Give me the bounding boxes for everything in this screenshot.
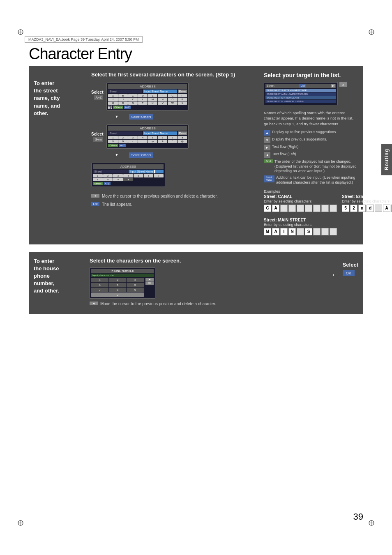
key-i[interactable]: I bbox=[108, 98, 118, 101]
scroll-up[interactable]: ▲ bbox=[339, 82, 347, 87]
examples-section: Examples Street: CANAL Enter by selectin… bbox=[264, 189, 358, 235]
phone-key-8[interactable]: 8 bbox=[109, 288, 126, 292]
key-v[interactable]: V bbox=[158, 101, 167, 105]
phone-key-5[interactable]: 5 bbox=[109, 283, 126, 287]
key-2[interactable]: 2 bbox=[118, 136, 128, 139]
key-others-5[interactable]: 5 bbox=[134, 174, 143, 177]
key-z[interactable]: Z bbox=[111, 106, 112, 109]
key-u[interactable]: U bbox=[148, 101, 157, 105]
list-item-3[interactable]: SUREWEST S N RONCLAIR bbox=[265, 96, 336, 99]
address-title-bar-3: ADDRESS bbox=[93, 164, 164, 169]
phone-key-7[interactable]: 7 bbox=[91, 288, 108, 292]
key-7[interactable]: 7 bbox=[168, 136, 177, 139]
az-tab-btn-3[interactable]: A~Z bbox=[104, 182, 111, 185]
key-6[interactable]: 6 bbox=[158, 136, 167, 139]
key-5[interactable]: 5 bbox=[148, 136, 157, 139]
list-item-2[interactable]: SUREWEST ALTA LAMBERTSBURG bbox=[265, 92, 336, 96]
phone-key-3[interactable]: 3 bbox=[127, 278, 144, 282]
phone-back-btn[interactable]: ◄ bbox=[145, 278, 154, 281]
select-others-btn-1[interactable]: Select Others bbox=[129, 114, 153, 120]
key-others-1[interactable]: 1 bbox=[93, 174, 103, 177]
key-amp[interactable]: & bbox=[158, 140, 167, 143]
bottom-middle: Select the characters on the screen. PHO… bbox=[90, 258, 321, 309]
key-8[interactable]: 8 bbox=[178, 136, 187, 139]
icon-desc-left: Text flow (Left) bbox=[272, 152, 296, 157]
key-c[interactable]: C bbox=[128, 94, 138, 97]
key-others-2[interactable]: 2 bbox=[103, 174, 113, 177]
key-s[interactable]: S bbox=[128, 101, 138, 105]
key-others-8[interactable]: 8 bbox=[93, 178, 103, 181]
key-4[interactable]: 4 bbox=[138, 136, 148, 139]
ok-button[interactable]: OK bbox=[343, 270, 355, 276]
target-header: Select your target in the list. bbox=[264, 71, 358, 79]
phone-ok-btn[interactable]: OK bbox=[145, 281, 154, 285]
enter-btn-2[interactable]: Enter bbox=[178, 131, 187, 135]
key-h[interactable]: H bbox=[178, 94, 187, 97]
keyboard-bottom-2: Others A~Z bbox=[108, 144, 187, 147]
key-j[interactable]: J bbox=[118, 98, 128, 101]
key-m[interactable]: M bbox=[148, 98, 157, 101]
key-others-0[interactable]: 0 bbox=[113, 178, 123, 181]
phone-key-0[interactable]: 0 bbox=[91, 292, 144, 297]
key-n[interactable]: N bbox=[158, 98, 167, 101]
key-r[interactable]: R bbox=[118, 101, 128, 105]
52nd-char-5: 5 bbox=[342, 205, 349, 212]
key-w[interactable]: W bbox=[168, 101, 177, 105]
key-1[interactable]: 1 bbox=[108, 136, 118, 139]
phone-key-4[interactable]: 4 bbox=[91, 283, 108, 287]
sym-button[interactable]: Sym bbox=[93, 137, 103, 142]
key-p[interactable]: P bbox=[178, 98, 187, 101]
main-char-s: S bbox=[305, 228, 312, 235]
list-item-1[interactable]: SUREWEST S ALTA VIA HERITAGE bbox=[265, 89, 336, 92]
phone-key-9[interactable]: 9 bbox=[127, 288, 144, 292]
key-others-9[interactable]: 9 bbox=[103, 178, 113, 181]
key-x[interactable]: X bbox=[178, 101, 187, 105]
corner-mark-bl bbox=[17, 520, 24, 526]
key-others-7[interactable]: 7 bbox=[154, 174, 164, 177]
phone-key-1[interactable]: 1 bbox=[91, 278, 108, 282]
52nd-enter-label: Enter by selecting characters: bbox=[342, 199, 392, 203]
key-0[interactable]: 0 bbox=[118, 140, 128, 143]
others-btn[interactable]: Others bbox=[113, 106, 123, 109]
key-others-4[interactable]: 4 bbox=[123, 174, 133, 177]
key-d[interactable]: D bbox=[138, 94, 148, 97]
select-others-btn-2[interactable]: Select Others bbox=[129, 152, 153, 158]
phone-key-2[interactable]: 2 bbox=[109, 278, 126, 282]
others-btn-2[interactable]: Others bbox=[108, 144, 118, 147]
az-button[interactable]: A~Z bbox=[94, 95, 104, 100]
key-a[interactable]: A bbox=[108, 94, 118, 97]
enter-btn[interactable]: Enter bbox=[178, 90, 187, 93]
key-dash[interactable]: - bbox=[128, 140, 138, 143]
key-q[interactable]: Q bbox=[108, 101, 118, 105]
az-tab-btn-2[interactable]: A~Z bbox=[119, 144, 126, 147]
key-t[interactable]: T bbox=[138, 101, 148, 105]
right-col: Select your target in the list. StreetLi… bbox=[264, 71, 358, 239]
key-g[interactable]: G bbox=[168, 94, 177, 97]
sort-desc: The order of the displayed list can be c… bbox=[274, 159, 358, 174]
az-tab-btn[interactable]: A~Z bbox=[124, 106, 131, 109]
address-screen-2: ADDRESS Street Input Street Name Enter 1… bbox=[106, 124, 189, 149]
input-field-3: Input Street Name ▌ bbox=[129, 170, 164, 173]
input-field-active: Input Street Name bbox=[143, 90, 177, 93]
52nd-example: Street: 52nd Ave. Enter by selecting cha… bbox=[342, 194, 392, 215]
key-f[interactable]: F bbox=[158, 94, 167, 97]
key-back3[interactable]: ◄ bbox=[123, 178, 133, 181]
key-sp[interactable]: sp bbox=[148, 140, 157, 143]
key-9[interactable]: 9 bbox=[108, 140, 118, 143]
key-e[interactable]: E bbox=[148, 94, 157, 97]
list-item-4[interactable]: SUREWEST N HARBOR LANTIA bbox=[265, 100, 336, 103]
phone-key-6[interactable]: 6 bbox=[127, 283, 144, 287]
key-dot[interactable]: . bbox=[138, 140, 148, 143]
key-l[interactable]: L bbox=[138, 98, 148, 101]
others-btn-3[interactable]: Others bbox=[93, 182, 103, 185]
key-3[interactable]: 3 bbox=[128, 136, 138, 139]
key-o[interactable]: O bbox=[168, 98, 177, 101]
list-icon: List bbox=[91, 202, 99, 206]
key-at[interactable]: @ bbox=[178, 140, 187, 143]
key-y[interactable]: Y bbox=[108, 106, 110, 109]
key-k[interactable]: K bbox=[128, 98, 138, 101]
key-apos[interactable]: ' bbox=[168, 140, 177, 143]
key-others-6[interactable]: 6 bbox=[144, 174, 154, 177]
key-b[interactable]: B bbox=[118, 94, 128, 97]
key-others-3[interactable]: 3 bbox=[113, 174, 123, 177]
